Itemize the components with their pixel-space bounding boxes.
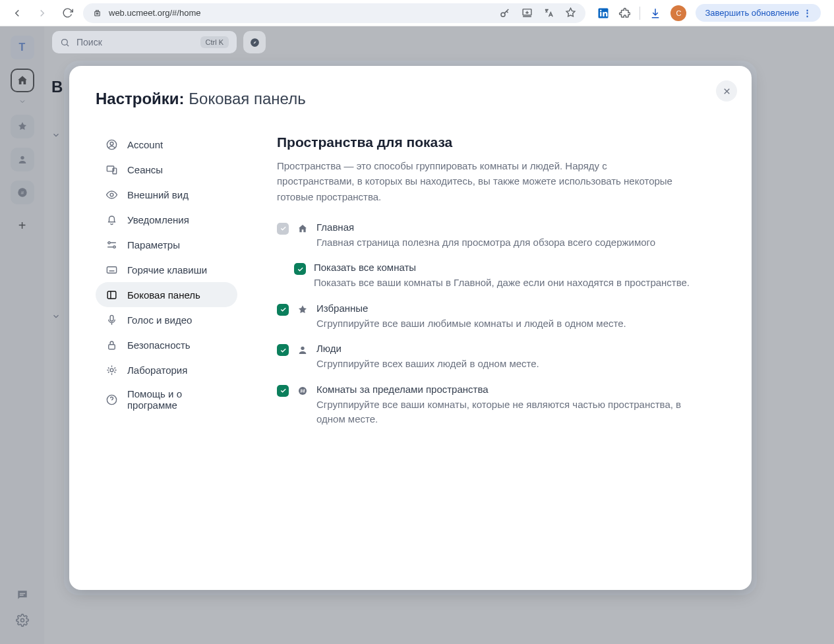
section-chevron-icon[interactable] (51, 312, 61, 321)
nav-help[interactable]: Помощь и о программе (96, 382, 237, 417)
url-text: web.ucmeet.org/#/home (109, 8, 200, 18)
svg-rect-5 (601, 12, 602, 16)
svg-rect-22 (107, 266, 116, 273)
nav-notifications[interactable]: Уведомления (96, 207, 237, 232)
update-label: Завершить обновление (705, 8, 799, 18)
menu-dots-icon: ⋮ (803, 8, 812, 18)
option-label: Главная (316, 221, 725, 233)
title-prefix: Настройки: (96, 90, 185, 107)
svg-point-20 (107, 241, 109, 243)
person-icon (297, 344, 309, 356)
option-sub: Сгруппируйте все ваши комнаты, которые н… (316, 397, 712, 427)
svg-point-19 (110, 193, 113, 196)
option-rooms-outside: Комнаты за пределами пространства Сгрупп… (277, 384, 725, 427)
nav-label: Account (127, 139, 163, 150)
search-placeholder: Поиск (76, 37, 102, 47)
option-label: Избранные (316, 303, 725, 314)
back-button[interactable] (8, 4, 26, 22)
keyboard-icon (105, 263, 118, 276)
svg-point-16 (110, 142, 113, 145)
profile-avatar[interactable]: C (670, 5, 686, 21)
option-people: Люди Сгруппируйте всех ваших людей в одн… (277, 343, 725, 372)
devices-icon (105, 163, 118, 176)
option-sub: Показать все ваши комнаты в Главной, даж… (314, 276, 709, 291)
settings-nav: Account Сеансы Внешний вид Уведомления П… (96, 132, 237, 569)
option-sub: Сгруппируйте все ваши любимые комнаты и … (316, 316, 712, 332)
nav-label: Лаборатория (127, 365, 187, 376)
nav-voice[interactable]: Голос и видео (96, 307, 237, 332)
option-home: Главная Главная страница полезна для про… (277, 221, 725, 250)
nav-appearance[interactable]: Внешний вид (96, 182, 237, 207)
address-bar[interactable]: web.ucmeet.org/#/home (83, 3, 585, 23)
nav-security[interactable]: Безопасность (96, 332, 237, 357)
nav-label: Голос и видео (127, 314, 192, 326)
option-sub: Сгруппируйте всех ваших людей в одном ме… (316, 357, 712, 372)
option-label: Люди (316, 343, 725, 354)
help-icon (105, 393, 118, 406)
option-sub: Главная страница полезна для просмотра д… (316, 235, 712, 250)
browser-right-icons: C Завершить обновление ⋮ (592, 4, 826, 22)
option-label: Комнаты за пределами пространства (316, 384, 725, 395)
nav-account[interactable]: Account (96, 132, 237, 157)
svg-point-26 (110, 368, 113, 372)
nav-label: Боковая панель (127, 289, 200, 301)
download-icon[interactable] (649, 7, 661, 19)
hash-circle-icon (297, 385, 309, 397)
install-app-icon[interactable] (521, 7, 533, 18)
nav-label: Уведомления (127, 214, 189, 225)
browser-toolbar: web.ucmeet.org/#/home C Завершить обновл… (0, 0, 834, 26)
sliders-icon (105, 238, 118, 251)
home-icon (297, 223, 309, 235)
svg-rect-25 (108, 344, 115, 349)
checkbox-show-all[interactable] (294, 263, 306, 275)
avatar-letter: C (676, 9, 682, 17)
search-icon (60, 38, 70, 47)
site-settings-icon (92, 8, 102, 18)
section-chevron-icon[interactable] (51, 131, 61, 140)
option-label: Показать все комнаты (314, 262, 725, 273)
translate-icon[interactable] (543, 7, 554, 18)
nav-label: Безопасность (127, 339, 191, 351)
nav-sidebar[interactable]: Боковая панель (96, 282, 237, 307)
bookmark-star-icon[interactable] (565, 7, 576, 18)
nav-labs[interactable]: Лаборатория (96, 357, 237, 382)
nav-label: Горячие клавиши (127, 264, 207, 276)
checkbox-favorites[interactable] (277, 304, 289, 316)
nav-label: Внешний вид (127, 189, 189, 200)
checkbox-people[interactable] (277, 344, 289, 356)
option-favorites: Избранные Сгруппируйте все ваши любимые … (277, 303, 725, 332)
extensions-icon[interactable] (618, 7, 630, 19)
nav-sessions[interactable]: Сеансы (96, 157, 237, 182)
title-section: Боковая панель (189, 90, 305, 107)
close-icon (722, 86, 732, 96)
svg-point-21 (113, 246, 115, 248)
linkedin-icon[interactable] (597, 7, 609, 19)
section-description: Пространства — это способы группировать … (277, 158, 686, 204)
key-icon[interactable] (499, 7, 511, 19)
svg-rect-24 (110, 315, 113, 321)
nav-preferences[interactable]: Параметры (96, 232, 237, 257)
svg-point-29 (299, 387, 307, 395)
update-button[interactable]: Завершить обновление ⋮ (696, 4, 821, 22)
checkbox-home (277, 223, 289, 235)
svg-point-28 (301, 347, 304, 350)
svg-rect-1 (96, 13, 98, 14)
mic-icon (105, 313, 118, 326)
option-show-all-rooms: Показать все комнаты Показать все ваши к… (294, 262, 725, 291)
reload-button[interactable] (58, 4, 76, 22)
explore-button[interactable] (243, 31, 266, 53)
settings-modal: Настройки: Боковая панель Account Сеансы… (69, 66, 752, 590)
checkbox-outside[interactable] (277, 385, 289, 397)
close-button[interactable] (716, 80, 737, 102)
forward-button[interactable] (33, 4, 51, 22)
nav-keyboard[interactable]: Горячие клавиши (96, 257, 237, 282)
svg-rect-23 (107, 291, 116, 298)
search-shortcut: Ctrl K (200, 36, 229, 48)
star-icon (297, 304, 309, 316)
bell-icon (105, 213, 118, 226)
flask-icon (105, 363, 118, 376)
search-input[interactable]: Поиск Ctrl K (52, 31, 237, 53)
svg-point-6 (601, 9, 602, 11)
section-heading: Пространства для показа (277, 134, 725, 150)
svg-point-13 (62, 39, 68, 45)
